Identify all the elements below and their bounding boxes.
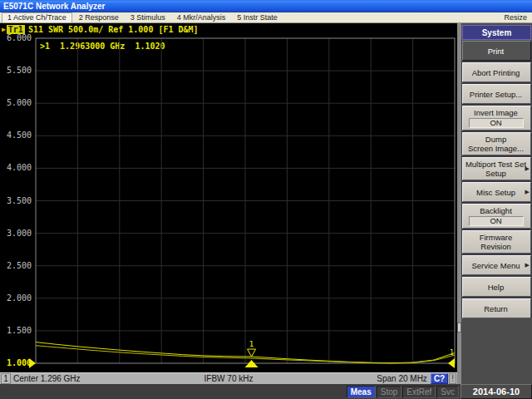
reference-level-arrow-right xyxy=(448,358,455,368)
sidebar-button-label: Print xyxy=(488,47,505,56)
toggle-state: ON xyxy=(469,118,524,128)
softkey-buttons: PrintAbort PrintingPrinter Setup...Inver… xyxy=(461,41,532,318)
calibration-status-badge: C? xyxy=(431,373,448,384)
sidebar-button-help[interactable]: Help xyxy=(462,277,531,297)
sidebar-button-label: Revision xyxy=(480,242,510,251)
title-bar: E5071C Network Analyzer xyxy=(0,0,532,12)
sidebar-button-label: Backlight xyxy=(480,206,512,215)
sidebar-button-label: Screen Image... xyxy=(468,144,524,153)
sidebar-button-service-menu[interactable]: Service Menu▶ xyxy=(462,255,531,275)
menu-item-1[interactable]: 1 Active Ch/Trace xyxy=(2,12,72,23)
softkey-menu-title: System xyxy=(462,25,531,40)
sidebar-button-dump-screen-image[interactable]: DumpScreen Image... xyxy=(462,132,531,155)
sidebar-button-label: Abort Printing xyxy=(472,68,520,77)
status-svc-badge: Svc xyxy=(436,386,459,398)
sidebar-button-label: Printer Setup... xyxy=(470,90,522,99)
sidebar-button-label: Service Menu xyxy=(471,261,520,270)
softkey-menu: System PrintAbort PrintingPrinter Setup.… xyxy=(461,23,532,384)
status-meas-badge: Meas xyxy=(347,386,376,398)
channel-status-bar: 1 Center 1.296 GHz IFBW 70 kHz Span 20 M… xyxy=(0,372,457,384)
instrument-status-bar: Meas Stop ExtRef Svc 2014-06-10 00:13 xyxy=(0,384,532,399)
status-extref-badge: ExtRef xyxy=(402,386,436,398)
sidebar-button-label: Misc Setup xyxy=(476,188,515,197)
plot-area[interactable]: 11 xyxy=(0,23,457,372)
sidebar-button-invert-image[interactable]: Invert ImageON xyxy=(462,106,531,131)
sidebar-button-label: Dump xyxy=(485,135,506,144)
sidebar-button-firmware-revision[interactable]: FirmwareRevision xyxy=(462,230,531,254)
app-window: E5071C Network Analyzer 1 Active Ch/Trac… xyxy=(0,0,532,399)
menu-item-resize[interactable]: Resize xyxy=(499,13,532,22)
sidebar-button-misc-setup[interactable]: Misc Setup▶ xyxy=(462,182,531,202)
edge-marker-number-label: 1 xyxy=(450,349,454,357)
sidebar-button-label: Setup xyxy=(485,169,506,178)
sidebar-button-label: Invert Image xyxy=(474,108,518,117)
sidebar-button-print[interactable]: Print xyxy=(462,41,531,61)
sidebar-button-label: Return xyxy=(484,304,508,313)
submenu-arrow-icon: ▶ xyxy=(525,262,530,268)
instrument-screen: ▶ Tr1 S11 SWR 500.0m/ Ref 1.000 [F1 D&M]… xyxy=(0,23,457,372)
reference-level-arrow-left xyxy=(29,358,36,368)
menu-item-3[interactable]: 3 Stimulus xyxy=(126,13,170,22)
marker-number-label: 1 xyxy=(249,340,254,348)
sidebar-button-abort-printing[interactable]: Abort Printing xyxy=(462,62,531,82)
menu-item-4[interactable]: 4 Mkr/Analysis xyxy=(172,13,231,22)
submenu-arrow-icon: ▶ xyxy=(525,165,530,172)
toggle-state: ON xyxy=(469,216,524,226)
submenu-arrow-icon: ▶ xyxy=(525,189,530,195)
marker-triangle[interactable] xyxy=(248,349,256,357)
menu-items: 1 Active Ch/Trace2 Response3 Stimulus4 M… xyxy=(0,12,283,22)
sidebar-button-label: Multiport Test Set xyxy=(466,160,526,169)
sidebar-button-backlight[interactable]: BacklightON xyxy=(462,204,531,229)
datetime-display: 2014-06-10 00:13 xyxy=(461,384,532,399)
menu-item-2[interactable]: 2 Response xyxy=(74,13,124,22)
menu-item-5[interactable]: 5 Instr State xyxy=(232,13,283,22)
span-label: Span 20 MHz xyxy=(377,374,427,383)
status-stop-badge: Stop xyxy=(377,386,402,398)
window-title: E5071C Network Analyzer xyxy=(3,2,105,11)
sidebar-button-printer-setup[interactable]: Printer Setup... xyxy=(462,84,531,104)
sidebar-button-label: Help xyxy=(488,283,505,292)
sidebar-button-label: Firmware xyxy=(480,233,513,242)
warning-badge: ! xyxy=(449,373,456,384)
sidebar-button-multiport-test-set-setup[interactable]: Multiport Test SetSetup▶ xyxy=(462,157,531,180)
sidebar-button-return[interactable]: Return xyxy=(462,298,531,318)
menu-bar: 1 Active Ch/Trace2 Response3 Stimulus4 M… xyxy=(0,12,532,23)
